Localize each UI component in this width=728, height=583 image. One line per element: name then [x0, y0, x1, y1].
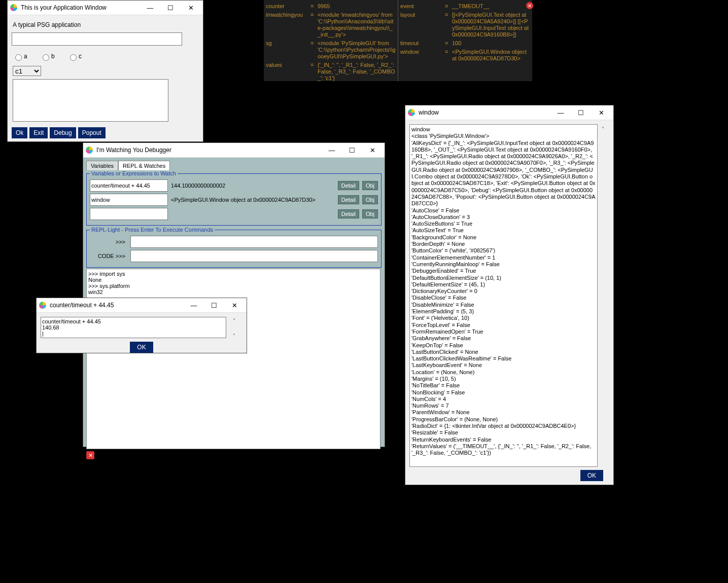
watch-value: 144.10000000000002	[171, 183, 335, 189]
var-key: layout	[400, 12, 445, 38]
window-title: window	[419, 109, 550, 116]
var-value: __TIMEOUT__	[452, 3, 530, 10]
debugger-window: I'm Watching You Debugger — ☐ ✕ Variable…	[83, 142, 385, 447]
tab-repl-watches[interactable]: REPL & Watches	[118, 161, 170, 170]
minimize-button[interactable]: —	[184, 299, 204, 311]
close-button[interactable]: ✕	[224, 299, 245, 311]
radio-a[interactable]: a	[13, 53, 27, 60]
var-key: imwatchingyou	[266, 12, 310, 38]
titlebar[interactable]: counter/timeout + 44.45 — ☐ ✕	[37, 298, 247, 313]
minimize-button[interactable]: —	[140, 2, 160, 14]
var-key: values	[266, 62, 310, 82]
var-key: event	[400, 3, 445, 10]
obj-button[interactable]: Obj	[362, 181, 378, 190]
repl-legend: REPL-Light - Press Enter To Execute Comm…	[90, 227, 215, 233]
radio-b[interactable]: b	[40, 53, 55, 60]
maximize-button[interactable]: ☐	[160, 2, 181, 14]
close-icon[interactable]: ✕	[86, 451, 94, 459]
detail-button[interactable]: Detail	[338, 181, 359, 190]
var-value: 9965	[318, 3, 396, 10]
close-button[interactable]: ✕	[362, 144, 383, 156]
expression-popout-window: counter/timeout + 44.45 — ☐ ✕ counter/ti…	[36, 298, 247, 353]
maximize-button[interactable]: ☐	[571, 106, 591, 119]
var-value: <module 'PySimpleGUI' from 'C:\\python\\…	[318, 40, 396, 60]
main-input[interactable]	[12, 32, 182, 46]
titlebar[interactable]: I'm Watching You Debugger — ☐ ✕	[83, 143, 385, 158]
vars-right-column: event=__TIMEOUT__ layout=[[<PySimpleGUI.…	[398, 0, 532, 81]
close-button[interactable]: ✕	[591, 106, 611, 119]
scroll-up-icon[interactable]: ˄	[602, 126, 604, 132]
minimize-button[interactable]: —	[322, 144, 342, 156]
application-window: This is your Application Window — ☐ ✕ A …	[7, 0, 203, 142]
var-value: <PySimpleGUI.Window object at 0x0000024C…	[452, 49, 530, 62]
combo[interactable]: c1	[13, 66, 41, 76]
var-key: window	[400, 49, 445, 62]
object-detail-window: window — ☐ ✕ window <class 'PySimpleGUI.…	[405, 105, 614, 485]
popout-button[interactable]: Popout	[78, 127, 106, 138]
close-icon[interactable]: ✕	[526, 2, 533, 9]
detail-button[interactable]: Detail	[338, 209, 359, 218]
var-value: {'_IN_': '', '_R1_': False, '_R2_': Fals…	[318, 62, 396, 82]
watches-fieldset: Variables or Expressions to Watch 144.10…	[86, 170, 382, 226]
ok-button[interactable]: Ok	[12, 127, 27, 138]
debug-button[interactable]: Debug	[50, 127, 76, 138]
repl-output[interactable]: >>> import sys None >>> sys.platform win…	[86, 269, 380, 449]
multiline[interactable]	[13, 79, 168, 122]
code-input[interactable]	[130, 250, 378, 262]
watch-expr-input[interactable]	[90, 194, 168, 206]
repl-prompt-label: >>>	[90, 239, 127, 245]
app-icon	[407, 108, 415, 117]
var-value: <module 'imwatchingyou' from 'C:\\Python…	[318, 12, 396, 38]
ok-button[interactable]: OK	[130, 342, 153, 353]
repl-input[interactable]	[130, 236, 378, 248]
maximize-button[interactable]: ☐	[342, 144, 362, 156]
obj-button[interactable]: Obj	[362, 195, 378, 204]
minimize-button[interactable]: —	[550, 106, 571, 119]
radio-c[interactable]: c	[67, 53, 82, 60]
watch-expr-input[interactable]	[90, 208, 168, 220]
intro-text: A typical PSG application	[13, 21, 198, 28]
watches-legend: Variables or Expressions to Watch	[90, 170, 178, 176]
obj-button[interactable]: Obj	[362, 209, 378, 218]
window-title: This is your Application Window	[21, 4, 140, 11]
repl-fieldset: REPL-Light - Press Enter To Execute Comm…	[86, 227, 382, 268]
window-title: counter/timeout + 44.45	[50, 302, 184, 309]
watch-value: <PySimpleGUI.Window object at 0x0000024C…	[171, 197, 335, 203]
window-title: I'm Watching You Debugger	[96, 147, 322, 154]
exit-button[interactable]: Exit	[29, 127, 48, 138]
var-value: [[<PySimpleGUI.Text object at 0x0000024C…	[452, 12, 530, 38]
close-button[interactable]: ✕	[181, 2, 201, 14]
maximize-button[interactable]: ☐	[204, 299, 224, 311]
titlebar[interactable]: This is your Application Window — ☐ ✕	[8, 1, 203, 15]
watch-expr-input[interactable]	[90, 179, 168, 192]
scroll-up-icon[interactable]: ˄	[233, 318, 235, 323]
var-key: timeout	[400, 40, 445, 47]
scroll-down-icon[interactable]: ˅	[233, 333, 235, 339]
tab-variables[interactable]: Variables	[86, 161, 118, 170]
titlebar[interactable]: window — ☐ ✕	[405, 105, 613, 120]
var-key: counter	[266, 3, 310, 10]
app-icon	[10, 4, 18, 12]
var-value: 100	[452, 40, 530, 47]
app-icon	[85, 146, 93, 154]
popout-text[interactable]: counter/timeout + 44.45 140.68 |	[41, 317, 226, 338]
app-icon	[39, 301, 47, 309]
vars-left-column: counter=9965 imwatchingyou=<module 'imwa…	[264, 0, 398, 81]
detail-button[interactable]: Detail	[338, 195, 359, 204]
ok-button[interactable]: OK	[580, 470, 603, 481]
variables-popout-panel: counter=9965 imwatchingyou=<module 'imwa…	[264, 0, 532, 81]
var-key: sg	[266, 40, 310, 60]
code-prompt-label: CODE >>>	[90, 253, 127, 259]
object-text[interactable]: window <class 'PySimpleGUI.Window'> 'All…	[409, 124, 598, 467]
